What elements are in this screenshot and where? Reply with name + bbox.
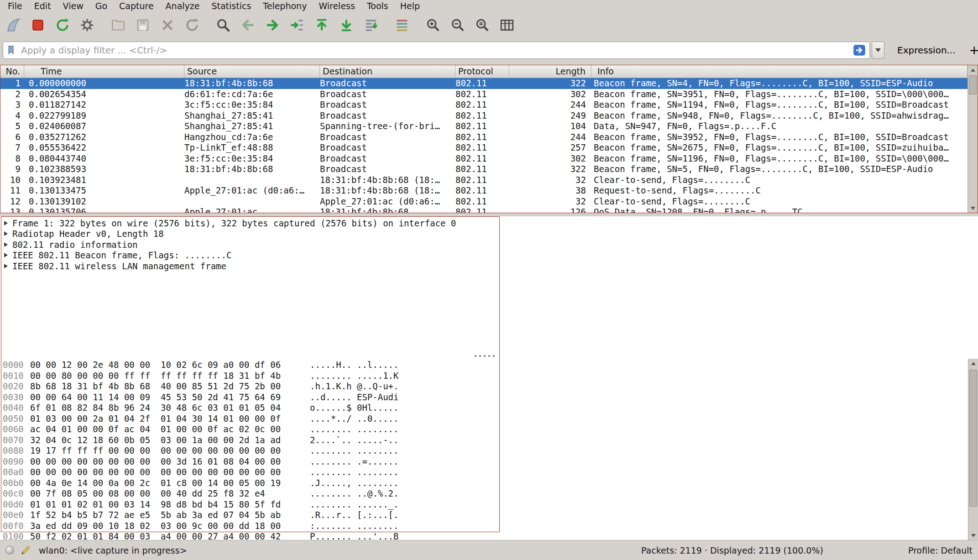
capture-comment-icon[interactable] bbox=[21, 545, 31, 555]
menu-item[interactable]: Wireless bbox=[313, 0, 361, 11]
menu-item[interactable]: Telephony bbox=[257, 0, 313, 11]
detail-tree-row[interactable]: Radiotap Header v0, Length 18 bbox=[0, 229, 978, 240]
packet-list-scrollbar[interactable] bbox=[968, 65, 978, 213]
expert-info-icon[interactable] bbox=[5, 546, 14, 555]
hex-row[interactable]: 00a0 00 00 00 00 00 00 00 00 00 00 00 00… bbox=[0, 467, 978, 478]
close-file-button[interactable] bbox=[157, 15, 178, 36]
scrollbar-thumb[interactable] bbox=[969, 75, 977, 94]
zoom-out-button[interactable] bbox=[447, 15, 468, 36]
expander-arrow-icon[interactable] bbox=[4, 242, 8, 247]
packet-row[interactable]: 11 0.130133475 Apple_27:01:ac (d0:a6:… 1… bbox=[0, 185, 968, 196]
go-first-packet-button[interactable] bbox=[311, 15, 332, 36]
menu-item[interactable]: Capture bbox=[113, 0, 160, 11]
detail-tree-row[interactable]: 802.11 radio information bbox=[0, 239, 978, 250]
filter-history-dropdown[interactable] bbox=[872, 42, 884, 59]
hex-row[interactable]: 00b0 00 4a 0e 14 00 0a 00 2c 01 c8 00 14… bbox=[0, 478, 978, 489]
menu-item[interactable]: Edit bbox=[28, 0, 57, 11]
hex-row[interactable]: 0100 50 f2 02 01 01 84 00 03 a4 00 00 27… bbox=[0, 531, 978, 540]
hex-row[interactable]: 00f0 3a ed dd 09 00 10 18 02 03 00 9c 00… bbox=[0, 521, 978, 532]
scroll-down-button[interactable] bbox=[968, 531, 978, 540]
column-header-time[interactable]: Time bbox=[24, 65, 184, 78]
packet-row[interactable]: 6 0.035271262 Hangzhou_cd:7a:6e Broadcas… bbox=[0, 132, 968, 143]
expander-arrow-icon[interactable] bbox=[4, 264, 8, 268]
colorize-button[interactable] bbox=[392, 15, 413, 36]
open-file-button[interactable] bbox=[108, 15, 129, 36]
detail-tree-row[interactable]: Frame 1: 322 bytes on wire (2576 bits), … bbox=[0, 218, 978, 229]
packet-no-cell: 8 bbox=[0, 153, 24, 164]
hex-row[interactable]: 00c0 00 7f 08 05 00 08 00 00 00 40 dd 25… bbox=[0, 488, 978, 499]
expander-arrow-icon[interactable] bbox=[4, 231, 8, 236]
hex-row[interactable]: 0010 00 00 80 00 00 00 ff ff ff ff ff ff… bbox=[0, 371, 978, 382]
hex-row[interactable]: 0080 19 17 ff ff ff 00 00 00 00 00 00 00… bbox=[0, 445, 978, 456]
hex-row[interactable]: 0040 6f 01 08 82 84 8b 96 24 30 48 6c 03… bbox=[0, 403, 978, 413]
find-packet-button[interactable] bbox=[213, 15, 234, 36]
column-header-no[interactable]: No. bbox=[0, 65, 24, 78]
colorize-lines-icon bbox=[394, 17, 410, 33]
go-back-button[interactable] bbox=[237, 15, 258, 36]
hex-row[interactable]: 0000 00 00 12 00 2e 48 00 00 10 02 6c 09… bbox=[0, 360, 978, 371]
menu-item[interactable]: Analyze bbox=[160, 0, 206, 11]
display-filter-input[interactable] bbox=[18, 43, 851, 58]
pane-splitter-handle[interactable] bbox=[475, 355, 495, 357]
profile-text[interactable]: Profile: Default bbox=[908, 545, 973, 555]
packet-row[interactable]: 4 0.022799189 Shanghai_27:85:41 Broadcas… bbox=[0, 110, 968, 121]
packet-row[interactable]: 3 0.011827142 3c:f5:cc:0e:35:84 Broadcas… bbox=[0, 99, 968, 110]
stop-capture-button[interactable] bbox=[27, 15, 48, 36]
packet-row[interactable]: 1 0.000000000 18:31:bf:4b:8b:68 Broadcas… bbox=[0, 78, 968, 89]
detail-tree-row[interactable]: IEEE 802.11 Beacon frame, Flags: .......… bbox=[0, 250, 978, 261]
hex-row[interactable]: 0070 32 04 0c 12 18 60 0b 05 03 00 1a 00… bbox=[0, 435, 978, 446]
restart-capture-button[interactable] bbox=[52, 15, 73, 36]
column-header-source[interactable]: Source bbox=[184, 65, 320, 78]
filter-bookmark-icon[interactable] bbox=[5, 45, 18, 56]
packet-row[interactable]: 10 0.103923481 18:31:bf:4b:8b:68 (18:… 8… bbox=[0, 175, 968, 186]
resize-columns-button[interactable] bbox=[497, 15, 518, 36]
menu-item[interactable]: Statistics bbox=[205, 0, 257, 11]
packet-row[interactable]: 7 0.055536422 Tp-LinkT_ef:48:88 Broadcas… bbox=[0, 142, 968, 153]
go-last-packet-button[interactable] bbox=[336, 15, 357, 36]
menu-item[interactable]: View bbox=[57, 0, 89, 11]
scroll-down-button[interactable] bbox=[968, 204, 978, 213]
hex-row[interactable]: 0030 00 00 64 00 11 14 00 09 45 53 50 2d… bbox=[0, 392, 978, 403]
capture-status-text[interactable]: wlan0: <live capture in progress> bbox=[39, 545, 187, 555]
packet-row[interactable]: 2 0.002654354 d6:61:fe:cd:7a:6e Broadcas… bbox=[0, 89, 968, 100]
hex-row[interactable]: 0090 00 00 00 00 00 00 00 00 00 3d 16 01… bbox=[0, 456, 978, 467]
go-to-packet-button[interactable] bbox=[287, 15, 308, 36]
hex-row[interactable]: 0020 8b 68 18 31 bf 4b 8b 68 40 00 85 51… bbox=[0, 381, 978, 392]
apply-filter-button[interactable] bbox=[851, 44, 868, 57]
menu-item[interactable]: Tools bbox=[361, 0, 394, 11]
packet-row[interactable]: 9 0.102388593 18:31:bf:4b:8b:68 Broadcas… bbox=[0, 164, 968, 175]
zoom-in-button[interactable] bbox=[423, 15, 444, 36]
go-forward-button[interactable] bbox=[262, 15, 283, 36]
packet-row[interactable]: 12 0.130139102 Apple_27:01:ac (d0:a6:… 8… bbox=[0, 196, 968, 207]
column-header-destination[interactable]: Destination bbox=[320, 65, 455, 78]
packet-row[interactable]: 5 0.024060087 Shanghai_27:85:41 Spanning… bbox=[0, 121, 968, 132]
packet-source-cell: d6:61:fe:cd:7a:6e bbox=[184, 89, 320, 100]
start-capture-button[interactable] bbox=[3, 15, 24, 36]
hex-row[interactable]: 0060 ac 04 01 00 00 0f ac 04 01 00 00 0f… bbox=[0, 424, 978, 435]
scroll-up-button[interactable] bbox=[968, 65, 978, 74]
menu-item[interactable]: Go bbox=[89, 0, 113, 11]
save-file-button[interactable] bbox=[132, 15, 153, 36]
detail-tree-row[interactable]: IEEE 802.11 wireless LAN management fram… bbox=[0, 261, 978, 272]
menu-item[interactable]: Help bbox=[394, 0, 426, 11]
column-header-length[interactable]: Length bbox=[509, 65, 591, 78]
add-filter-button[interactable]: + bbox=[969, 43, 978, 57]
expression-button[interactable]: Expression... bbox=[890, 45, 963, 56]
zoom-reset-button[interactable] bbox=[472, 15, 493, 36]
reload-file-button[interactable] bbox=[182, 15, 203, 36]
column-header-protocol[interactable]: Protocol bbox=[455, 65, 509, 78]
bytes-scrollbar[interactable] bbox=[968, 359, 978, 540]
expander-arrow-icon[interactable] bbox=[4, 253, 8, 257]
capture-options-button[interactable] bbox=[77, 15, 98, 36]
hex-row[interactable]: 0050 01 03 00 00 2a 01 04 2f 01 04 30 14… bbox=[0, 413, 978, 424]
expander-arrow-icon[interactable] bbox=[4, 221, 8, 225]
packet-row[interactable]: 8 0.080443740 3e:f5:cc:0e:35:84 Broadcas… bbox=[0, 153, 968, 164]
auto-scroll-button[interactable] bbox=[361, 15, 382, 36]
scrollbar-thumb[interactable] bbox=[969, 370, 977, 507]
column-header-info[interactable]: Info bbox=[591, 65, 968, 78]
scroll-up-button[interactable] bbox=[968, 359, 978, 368]
hex-row[interactable]: 00e0 1f 52 b4 b5 b7 72 ae e5 5b ab 3a ed… bbox=[0, 510, 978, 521]
hex-row[interactable]: 00d0 01 01 01 02 01 00 03 14 98 d8 bd b4… bbox=[0, 499, 978, 510]
packet-row[interactable]: 13 0.130135706 Apple_27:01:ac 18:31:bf:4… bbox=[0, 207, 968, 213]
menu-item[interactable]: File bbox=[2, 0, 28, 11]
